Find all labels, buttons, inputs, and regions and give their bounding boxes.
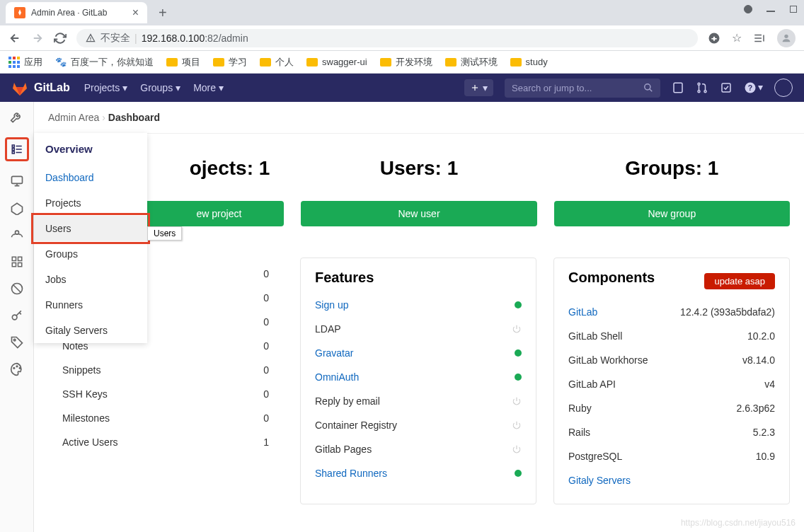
users-count: Users: 1 [301,147,536,201]
bookmark-apps[interactable]: 应用 [8,56,42,69]
sidebar-messages-icon[interactable] [10,201,24,215]
translate-icon[interactable] [708,32,720,45]
reading-list-icon[interactable] [753,32,766,45]
sidebar-overview-icon[interactable] [10,142,24,156]
feature-label: Reply by email [315,395,380,407]
flyout-jobs[interactable]: Jobs [34,267,147,292]
update-badge[interactable]: update asap [704,273,775,289]
profile-avatar[interactable] [777,29,796,47]
insecure-label: 不安全 [100,32,130,45]
breadcrumb-current: Dashboard [108,112,160,123]
components-panel: Components update asap GitLab12.4.2 (393… [553,258,790,504]
bookmark-personal[interactable]: 个人 [260,56,294,69]
new-group-button[interactable]: New group [554,201,790,226]
bookmark-star-icon[interactable]: ☆ [732,31,742,45]
feature-label[interactable]: Gravatar [315,347,353,359]
new-tab-button[interactable]: + [153,5,173,21]
nav-projects[interactable]: Projects▾ [84,82,128,93]
bookmark-dev-env[interactable]: 开发环境 [380,56,432,69]
gitlab-logo[interactable]: GitLab [11,79,70,96]
sidebar-abuse-icon[interactable] [10,282,24,296]
search-icon [643,83,653,93]
stats-label: Active Users [62,436,118,448]
reload-button[interactable] [54,32,67,45]
stats-value: 0 [263,388,269,400]
component-label[interactable]: Gitaly Servers [568,475,631,486]
bookmark-test-env[interactable]: 测试环境 [445,56,498,69]
component-value: 2.6.3p62 [737,403,776,414]
todos-icon[interactable] [720,81,733,94]
chevron-down-icon: ▾ [176,82,180,93]
url-input[interactable]: 不安全 | 192.168.0.100:82/admin [76,29,698,47]
component-value: v4 [764,378,775,390]
groups-card: Groups: 1 New group [554,147,790,226]
sidebar-key-icon[interactable] [10,308,24,323]
help-icon[interactable]: ?▾ [744,81,763,94]
svg-point-4 [698,91,700,93]
window-minimize-button[interactable] [766,4,776,14]
svg-rect-6 [722,83,730,92]
stats-label: Milestones [62,412,110,424]
breadcrumb-root[interactable]: Admin Area [48,112,99,123]
stats-value: 0 [263,412,269,424]
url-text: 192.168.0.100:82/admin [142,33,248,44]
flyout-dashboard[interactable]: Dashboard [34,165,147,190]
feature-label[interactable]: OmniAuth [315,371,359,383]
feature-label[interactable]: Sign up [315,299,348,311]
svg-point-22 [16,366,18,367]
sidebar-wrench-icon[interactable] [10,110,24,125]
nav-more[interactable]: More▾ [193,82,224,93]
chevron-down-icon: ▾ [483,82,488,93]
sidebar-label-icon[interactable] [10,335,24,349]
window-maximize-button[interactable] [788,4,798,14]
sidebar-monitor-icon[interactable] [10,174,24,188]
bookmark-swagger[interactable]: swagger-ui [306,57,367,67]
bookmark-study[interactable]: study [510,57,548,67]
sidebar-applications-icon[interactable] [10,255,24,269]
new-dropdown-button[interactable]: ▾ [464,79,493,96]
svg-point-3 [698,83,700,85]
svg-rect-15 [18,257,21,260]
flyout-groups[interactable]: Groups [34,241,147,267]
nav-groups[interactable]: Groups▾ [140,82,180,93]
sidebar-hooks-icon[interactable] [10,228,24,242]
user-avatar[interactable] [774,79,793,97]
merge-requests-icon[interactable] [696,81,708,94]
back-button[interactable] [8,32,21,45]
forward-button[interactable] [31,32,44,45]
bookmark-baidu[interactable]: 🐾百度一下，你就知道 [55,56,154,69]
component-label[interactable]: GitLab [568,306,597,318]
power-off-icon [512,420,522,430]
component-row: Rails5.2.3 [554,420,789,444]
new-user-button[interactable]: New user [301,201,536,226]
svg-rect-14 [12,257,16,260]
stats-label: SSH Keys [62,388,108,400]
stats-value: 0 [263,292,269,303]
account-indicator-icon[interactable] [743,4,753,14]
svg-point-19 [12,315,17,320]
feature-label[interactable]: Shared Runners [315,468,387,479]
users-tooltip: Users [147,226,182,241]
feature-label: LDAP [315,323,341,335]
component-label: GitLab Workhorse [568,354,648,366]
bookmark-study-cn[interactable]: 学习 [213,56,247,69]
close-tab-icon[interactable]: × [132,6,139,19]
insecure-icon [85,33,96,44]
power-off-icon [512,396,522,406]
flyout-projects[interactable]: Projects [34,190,147,216]
flyout-gitaly[interactable]: Gitaly Servers [34,318,147,343]
flyout-runners[interactable]: Runners [34,292,147,318]
status-on-icon [515,470,522,477]
flyout-users[interactable]: Users [34,216,147,241]
issues-icon[interactable] [672,81,684,94]
features-panel: Features Sign upLDAPGravatarOmniAuthRepl… [300,258,536,504]
bookmark-project[interactable]: 项目 [166,56,200,69]
sidebar-appearance-icon[interactable] [10,362,24,376]
features-title: Features [301,270,536,293]
header-search-input[interactable]: Search or jump to... [505,79,660,98]
component-row: PostgreSQL10.9 [554,444,789,468]
feature-row: LDAP [301,317,536,341]
svg-point-21 [13,368,15,369]
status-on-icon [515,301,522,308]
browser-tab[interactable]: Admin Area · GitLab × [6,2,147,23]
